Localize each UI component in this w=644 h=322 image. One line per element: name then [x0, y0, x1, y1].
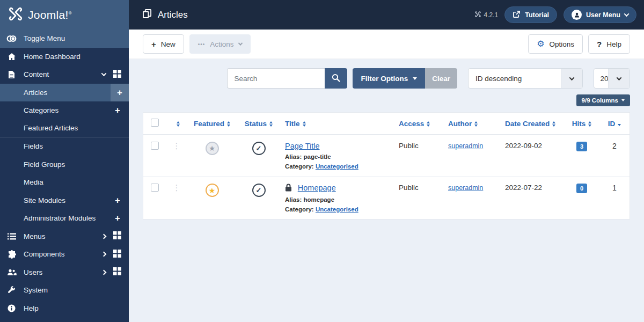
article-category: Category: Uncategorised — [285, 206, 390, 213]
toolbar-left: + New ••• Actions — [143, 34, 251, 54]
column-header-date-created[interactable]: Date Created — [501, 113, 564, 135]
users-dashboard-icon[interactable] — [113, 267, 121, 277]
check-icon: ✓ — [256, 186, 262, 194]
columns-row: 9/9 Columns — [143, 94, 630, 106]
page-title: Articles — [143, 9, 188, 21]
sidebar-item-administrator-modules[interactable]: Administrator Modules + — [0, 209, 129, 228]
columns-button[interactable]: 9/9 Columns — [576, 94, 630, 106]
column-header-status[interactable]: Status — [237, 113, 281, 135]
gear-icon: ⚙ — [537, 40, 544, 48]
actions-button-label: Actions — [210, 40, 233, 48]
sidebar-item-media[interactable]: Media — [0, 173, 129, 192]
sidebar-item-articles[interactable]: Articles + — [0, 84, 129, 102]
column-header-id[interactable]: ID — [599, 113, 630, 135]
column-header-featured[interactable]: Featured — [187, 113, 237, 135]
filter-options-label: Filter Options — [361, 75, 408, 83]
add-admin-module-button[interactable]: + — [113, 214, 122, 223]
sidebar-item-label: Menus — [24, 232, 102, 240]
id-cell: 2 — [599, 135, 630, 177]
sidebar-item-fields[interactable]: Fields — [0, 137, 129, 156]
column-header-hits[interactable]: Hits — [564, 113, 599, 135]
sidebar-item-label: Users — [24, 268, 102, 276]
row-checkbox[interactable] — [151, 184, 159, 192]
author-link[interactable]: superadmin — [448, 142, 483, 150]
clear-button[interactable]: Clear — [425, 68, 457, 89]
sidebar-item-field-groups[interactable]: Field Groups — [0, 156, 129, 174]
components-dashboard-icon[interactable] — [113, 250, 121, 259]
options-button[interactable]: ⚙ Options — [528, 34, 583, 54]
published-status-toggle[interactable]: ✓ — [252, 142, 266, 155]
sidebar-item-help[interactable]: Help — [0, 299, 129, 318]
menus-dashboard-icon[interactable] — [113, 231, 121, 241]
sidebar-item-label: Help — [24, 304, 122, 312]
drag-handle-icon[interactable]: ⋮ — [173, 183, 181, 192]
article-title-link[interactable]: Homepage — [298, 184, 336, 192]
sidebar-item-label: Content — [24, 70, 102, 78]
sidebar-item-label: Media — [24, 178, 122, 186]
sidebar-item-users[interactable]: Users — [0, 264, 129, 282]
sidebar-item-system[interactable]: System — [0, 281, 129, 299]
column-header-ordering[interactable] — [166, 113, 187, 135]
sidebar-item-label: Fields — [24, 142, 122, 150]
content: Filter Options Clear ID descending 20 — [129, 59, 644, 322]
main: + New ••• Actions ⚙ Options ? — [129, 30, 644, 322]
sidebar-item-components[interactable]: Components — [0, 245, 129, 264]
caret-down-icon — [621, 99, 625, 101]
access-cell: Public — [394, 135, 444, 177]
table-row: ⋮ ★ ✓ Page Title Alias: page-title Categ… — [143, 135, 630, 177]
content-dashboard-icon[interactable] — [113, 70, 121, 79]
select-all-checkbox[interactable] — [151, 119, 159, 127]
column-header-title[interactable]: Title — [281, 113, 394, 135]
unfeatured-toggle[interactable]: ★ — [206, 142, 219, 155]
column-header-access[interactable]: Access — [394, 113, 444, 135]
question-icon: ? — [597, 40, 602, 49]
filter-options-button[interactable]: Filter Options — [353, 68, 425, 89]
search-input[interactable] — [227, 68, 325, 89]
featured-toggle[interactable]: ★ — [206, 184, 219, 197]
tutorial-button[interactable]: Tutorial — [504, 6, 557, 23]
date-created-cell: 2022-07-22 — [501, 177, 564, 219]
options-button-label: Options — [550, 40, 575, 48]
actions-button[interactable]: ••• Actions — [189, 34, 251, 54]
author-link[interactable]: superadmin — [448, 184, 483, 192]
sidebar-item-home-dashboard[interactable]: Home Dashboard — [0, 48, 129, 66]
user-menu-label: User Menu — [586, 11, 620, 19]
sidebar-item-label: Home Dashboard — [24, 53, 122, 61]
app-root: Joomla!® Articles 4.2.1 — [0, 0, 644, 322]
check-icon: ✓ — [256, 144, 262, 152]
articles-icon — [143, 9, 152, 21]
search-button[interactable] — [325, 68, 347, 89]
sidebar-item-categories[interactable]: Categories + — [0, 101, 129, 120]
help-button[interactable]: ? Help — [588, 34, 630, 54]
list-limit-select[interactable]: 20 — [594, 68, 630, 89]
category-link[interactable]: Uncategorised — [316, 206, 358, 213]
column-header-author[interactable]: Author — [444, 113, 501, 135]
sidebar-item-site-modules[interactable]: Site Modules + — [0, 192, 129, 210]
joomla-logo-icon — [9, 7, 23, 23]
new-button[interactable]: + New — [143, 34, 184, 54]
filter-bar: Filter Options Clear ID descending 20 — [143, 68, 630, 89]
sidebar-item-label: Field Groups — [24, 160, 122, 169]
sidebar-item-label: Administrator Modules — [24, 214, 113, 222]
drag-handle-icon[interactable]: ⋮ — [173, 141, 181, 150]
sidebar-item-content[interactable]: Content — [0, 65, 129, 84]
article-title-link[interactable]: Page Title — [285, 142, 320, 150]
add-category-button[interactable]: + — [113, 106, 122, 115]
sort-order-select[interactable]: ID descending — [468, 68, 583, 89]
sidebar-item-toggle-menu[interactable]: Toggle Menu — [0, 30, 129, 48]
user-menu-button[interactable]: User Menu — [564, 6, 636, 23]
lock-icon — [285, 185, 294, 193]
new-button-label: New — [161, 40, 175, 48]
category-link[interactable]: Uncategorised — [316, 163, 358, 170]
published-status-toggle[interactable]: ✓ — [252, 184, 266, 197]
star-icon: ★ — [209, 186, 216, 195]
toggle-menu-icon — [6, 35, 17, 42]
add-article-button[interactable]: + — [115, 88, 125, 97]
row-checkbox[interactable] — [151, 142, 159, 150]
add-site-module-button[interactable]: + — [113, 196, 122, 205]
articles-table: Featured Status Title Access Author Date… — [143, 112, 630, 219]
chevron-right-icon — [101, 269, 107, 275]
sidebar-item-featured-articles[interactable]: Featured Articles — [0, 120, 129, 138]
brand-logo[interactable]: Joomla!® — [0, 0, 129, 30]
sidebar-item-menus[interactable]: Menus — [0, 228, 129, 246]
